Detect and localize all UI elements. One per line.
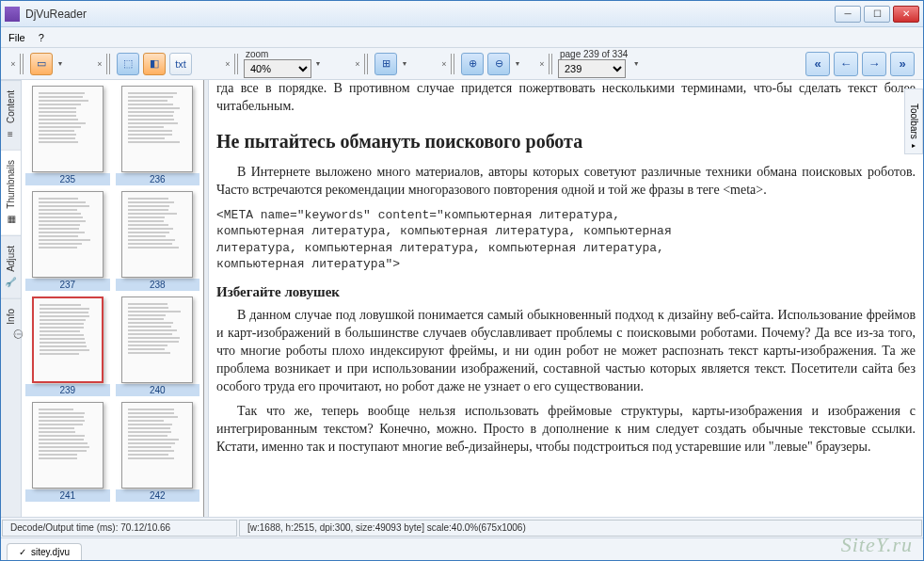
zoom-in-button[interactable]: ⊕ (461, 53, 484, 75)
toolbar-grip-4[interactable] (364, 54, 370, 74)
doc-heading: Не пытайтесь обмануть поискового робота (216, 129, 916, 154)
thumbnail-image (32, 86, 104, 172)
status-image-info: [w:1688, h:2515, dpi:300, size:49093 byt… (239, 520, 922, 537)
page-dropdown[interactable]: ▼ (631, 53, 641, 75)
app-window: DjVuReader ─ ☐ ✕ File ? × ▭ ▼ × ⬚ ◧ txt … (0, 0, 924, 561)
close-button[interactable]: ✕ (893, 6, 919, 23)
thumbnail[interactable]: 241 (25, 402, 110, 502)
menu-file[interactable]: File (8, 32, 25, 43)
toolbar-close-1[interactable]: × (8, 59, 18, 69)
thumbnail-page-number: 238 (116, 279, 200, 291)
menu-help[interactable]: ? (39, 32, 44, 43)
toolbar-close-4[interactable]: × (353, 59, 362, 69)
thumbnail-page-number: 235 (25, 173, 110, 185)
image-mode-button[interactable]: ◧ (143, 53, 166, 75)
toolbar-close-2[interactable]: × (95, 59, 104, 69)
doc-text: В данном случае под ловушкой понимается … (216, 307, 916, 395)
check-icon: ✓ (19, 547, 26, 557)
thumbnail-image (121, 297, 193, 383)
sidebar-tabs: ≡Content ▦Thumbnails 🔧Adjust ⓘInfo (1, 80, 22, 517)
view-mode-dropdown[interactable]: ▼ (400, 53, 409, 75)
sidebar-tab-thumbnails[interactable]: ▦Thumbnails (1, 150, 21, 235)
file-tab[interactable]: ✓ sitey.djvu (7, 543, 82, 560)
toolbar-close-3[interactable]: × (223, 59, 232, 69)
thumbnail-image (32, 297, 104, 383)
thumbnail[interactable]: 237 (25, 191, 110, 291)
last-page-button[interactable]: » (890, 52, 915, 76)
maximize-button[interactable]: ☐ (864, 6, 890, 23)
thumbnail-image (121, 191, 193, 278)
select-region-button[interactable]: ⬚ (117, 53, 139, 75)
sidebar-tab-adjust[interactable]: 🔧Adjust (1, 235, 21, 298)
info-icon: ⓘ (5, 328, 18, 341)
document-page: гда все в порядке. В противном случае пр… (216, 80, 916, 457)
first-page-button[interactable]: « (805, 52, 830, 76)
thumbnail-image (121, 86, 193, 172)
body: ≡Content ▦Thumbnails 🔧Adjust ⓘInfo 23523… (1, 80, 923, 517)
file-tab-label: sitey.djvu (31, 547, 70, 557)
zoom-tools-dropdown[interactable]: ▼ (513, 53, 522, 75)
thumbnail[interactable]: 236 (116, 86, 200, 185)
thumbnail[interactable]: 238 (116, 191, 200, 291)
thumbnails-icon: ▦ (5, 213, 18, 226)
right-panel-tab[interactable]: Toolbars ▸ (904, 88, 923, 154)
thumbnail-image (32, 191, 104, 278)
thumbnail[interactable]: 235 (25, 86, 110, 185)
app-icon (5, 7, 20, 22)
zoom-dropdown[interactable]: ▼ (313, 53, 323, 75)
thumbnails-panel: 235236237238239240241242 (22, 80, 204, 517)
doc-code: <META name="keywords" content="компьютер… (216, 207, 916, 273)
thumbnail-image (32, 402, 104, 489)
toolbar-grip-1[interactable] (20, 54, 25, 74)
page-label: page 239 of 334 (560, 49, 628, 59)
sidebar-tab-content[interactable]: ≡Content (1, 80, 21, 150)
zoom-label: zoom (246, 49, 268, 59)
toolbars-label: Toolbars (909, 104, 919, 139)
toolbar-grip-6[interactable] (549, 54, 554, 74)
thumbnail[interactable]: 239 (25, 297, 110, 396)
window-title: DjVuReader (25, 8, 835, 21)
thumbnail-page-number: 236 (116, 173, 200, 185)
toolbar-close-6[interactable]: × (537, 59, 547, 69)
menubar: File ? (1, 27, 923, 48)
toolbar-grip-3[interactable] (234, 54, 240, 74)
thumbnail[interactable]: 240 (116, 297, 200, 396)
page-select[interactable]: 239 (558, 59, 626, 78)
doc-text: Так что же, теперь вообще нельзя использ… (216, 403, 916, 457)
minimize-button[interactable]: ─ (835, 6, 861, 23)
watermark: SiteY.ru (841, 533, 913, 557)
doc-text: В Интернете выложено много материалов, а… (216, 164, 916, 200)
layout-button[interactable]: ▭ (30, 53, 53, 75)
thumbnail-page-number: 242 (116, 489, 200, 502)
titlebar: DjVuReader ─ ☐ ✕ (1, 1, 923, 27)
thumbnail-image (121, 402, 193, 489)
doc-subheading: Избегайте ловушек (216, 282, 916, 301)
view-mode-button[interactable]: ⊞ (374, 53, 397, 75)
toolbar-grip-5[interactable] (451, 54, 456, 74)
document-view[interactable]: гда все в порядке. В противном случае пр… (209, 80, 923, 517)
chevron-icon: ▸ (910, 141, 918, 150)
statusbar: Decode/Output time (ms): 70.12/10.66 [w:… (1, 517, 923, 537)
zoom-select[interactable]: 40% (244, 59, 311, 78)
content-icon: ≡ (5, 127, 18, 140)
doc-text: гда все в порядке. В противном случае пр… (216, 80, 916, 116)
thumbnail-page-number: 239 (25, 384, 110, 396)
document-tabs: ✓ sitey.djvu SiteY.ru (1, 537, 923, 560)
sidebar-tab-info[interactable]: ⓘInfo (1, 298, 21, 351)
next-page-button[interactable]: → (862, 52, 886, 76)
toolbar-close-5[interactable]: × (439, 59, 449, 69)
layout-dropdown[interactable]: ▼ (56, 53, 65, 75)
zoom-out-button[interactable]: ⊖ (487, 53, 510, 75)
thumbnail-page-number: 237 (25, 279, 110, 291)
thumbnail-page-number: 241 (25, 489, 110, 502)
adjust-icon: 🔧 (5, 276, 18, 289)
prev-page-button[interactable]: ← (834, 52, 858, 76)
thumbnail-page-number: 240 (116, 384, 200, 396)
status-decode-time: Decode/Output time (ms): 70.12/10.66 (2, 520, 237, 537)
text-mode-button[interactable]: txt (169, 53, 192, 75)
toolbar: × ▭ ▼ × ⬚ ◧ txt × zoom 40% ▼ × ⊞ ▼ × ⊕ ⊖… (1, 48, 923, 80)
toolbar-grip-2[interactable] (106, 54, 112, 74)
thumbnail[interactable]: 242 (116, 402, 200, 502)
